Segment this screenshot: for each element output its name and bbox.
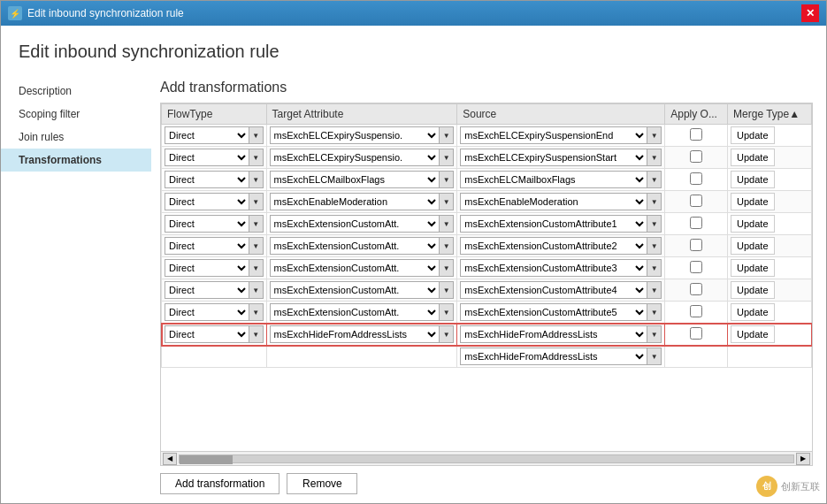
- target-dropdown-btn[interactable]: ▼: [440, 126, 454, 144]
- flowtype-dropdown-btn[interactable]: ▼: [249, 303, 264, 321]
- source-dropdown-btn[interactable]: ▼: [647, 347, 662, 365]
- source-dropdown-btn[interactable]: ▼: [647, 193, 662, 210]
- flowtype-dropdown-btn[interactable]: ▼: [249, 126, 264, 144]
- target-select[interactable]: msExchExtensionCustomAtt.: [270, 215, 440, 233]
- target-dropdown-btn[interactable]: ▼: [440, 149, 454, 166]
- flowtype-cell: Direct ▼: [162, 257, 267, 279]
- target-select-container: msExchExtensionCustomAtt. ▼: [270, 215, 455, 233]
- merge-type-button[interactable]: Update: [731, 193, 774, 210]
- merge-type-button[interactable]: Update: [731, 281, 774, 299]
- flowtype-dropdown-btn[interactable]: ▼: [249, 281, 264, 299]
- flowtype-dropdown-btn[interactable]: ▼: [249, 237, 264, 255]
- scroll-left-button[interactable]: ◀: [163, 453, 177, 465]
- flowtype-select[interactable]: Direct: [165, 171, 249, 188]
- close-button[interactable]: ✕: [801, 4, 819, 22]
- source-dropdown-btn[interactable]: ▼: [647, 325, 662, 343]
- source-select[interactable]: msExchHideFromAddressLists: [460, 325, 647, 343]
- apply-checkbox[interactable]: [690, 195, 702, 207]
- merge-type-button[interactable]: Update: [731, 237, 774, 255]
- flowtype-select[interactable]: Direct: [165, 259, 249, 277]
- flowtype-select[interactable]: Direct: [165, 237, 249, 255]
- source-select[interactable]: msExchELCMailboxFlags: [460, 171, 647, 188]
- source-dropdown-btn[interactable]: ▼: [647, 281, 662, 299]
- target-dropdown-btn[interactable]: ▼: [440, 325, 454, 343]
- flowtype-select[interactable]: Direct: [165, 303, 249, 321]
- apply-checkbox[interactable]: [690, 261, 702, 273]
- apply-checkbox[interactable]: [690, 239, 702, 251]
- source-dropdown-btn[interactable]: ▼: [647, 126, 662, 144]
- flowtype-dropdown-btn[interactable]: ▼: [249, 259, 264, 277]
- target-select[interactable]: msExchELCMailboxFlags: [270, 171, 440, 188]
- target-dropdown-btn[interactable]: ▼: [440, 215, 454, 233]
- add-transformation-button[interactable]: Add transformation: [160, 473, 279, 494]
- merge-type-button[interactable]: Update: [731, 259, 774, 277]
- target-dropdown-btn[interactable]: ▼: [440, 237, 454, 255]
- flowtype-select[interactable]: Direct: [165, 126, 249, 144]
- merge-type-button[interactable]: Update: [731, 171, 774, 188]
- source-dropdown-btn[interactable]: ▼: [647, 215, 662, 233]
- flowtype-select[interactable]: Direct: [165, 325, 249, 343]
- target-select[interactable]: msExchExtensionCustomAtt.: [270, 259, 440, 277]
- target-dropdown-btn[interactable]: ▼: [440, 193, 454, 210]
- apply-checkbox[interactable]: [690, 305, 702, 317]
- sidebar-item-scoping-filter[interactable]: Scoping filter: [1, 103, 151, 126]
- source-select[interactable]: msExchExtensionCustomAttribute1: [460, 215, 647, 233]
- merge-type-button[interactable]: Update: [731, 126, 774, 144]
- horizontal-scrollbar[interactable]: ◀ ▶: [161, 451, 812, 465]
- target-select[interactable]: msExchELCExpirySuspensio.: [270, 126, 440, 144]
- target-dropdown-btn[interactable]: ▼: [440, 303, 454, 321]
- target-select[interactable]: msExchELCExpirySuspensio.: [270, 149, 440, 166]
- source-dropdown-btn[interactable]: ▼: [647, 237, 662, 255]
- source-select-container: msExchHideFromAddressLists ▼: [460, 347, 662, 365]
- merge-type-button[interactable]: Update: [731, 149, 774, 166]
- apply-checkbox[interactable]: [690, 327, 702, 340]
- source-dropdown-btn[interactable]: ▼: [647, 259, 662, 277]
- source-select[interactable]: msExchExtensionCustomAttribute3: [460, 259, 647, 277]
- sidebar-item-transformations[interactable]: Transformations: [1, 149, 151, 172]
- source-select[interactable]: msExchExtensionCustomAttribute2: [460, 237, 647, 255]
- sidebar-item-join-rules[interactable]: Join rules: [1, 126, 151, 149]
- source-dropdown-btn[interactable]: ▼: [647, 303, 662, 321]
- flowtype-dropdown-btn[interactable]: ▼: [249, 149, 264, 166]
- source-select[interactable]: msExchELCExpirySuspensionEnd: [460, 126, 647, 144]
- scroll-track[interactable]: [179, 454, 794, 463]
- flowtype-select[interactable]: Direct: [165, 149, 249, 166]
- target-select[interactable]: msExchHideFromAddressLists: [270, 325, 440, 343]
- sidebar-item-description[interactable]: Description: [1, 80, 151, 103]
- flowtype-dropdown-btn[interactable]: ▼: [249, 215, 264, 233]
- flowtype-dropdown-btn[interactable]: ▼: [249, 193, 264, 210]
- target-dropdown-btn[interactable]: ▼: [440, 281, 454, 299]
- source-select[interactable]: msExchExtensionCustomAttribute5: [460, 303, 647, 321]
- apply-checkbox[interactable]: [690, 172, 702, 185]
- target-dropdown-btn[interactable]: ▼: [440, 171, 454, 188]
- target-select-container: msExchExtensionCustomAtt. ▼: [270, 237, 455, 255]
- flowtype-select[interactable]: Direct: [165, 193, 249, 210]
- target-select[interactable]: msExchExtensionCustomAtt.: [270, 281, 440, 299]
- source-cell: msExchEnableModeration ▼: [457, 191, 665, 213]
- source-select[interactable]: msExchExtensionCustomAttribute4: [460, 281, 647, 299]
- target-cell: msExchExtensionCustomAtt. ▼: [266, 257, 457, 279]
- merge-type-button[interactable]: Update: [731, 215, 774, 233]
- remove-button[interactable]: Remove: [287, 473, 357, 494]
- target-select[interactable]: msExchExtensionCustomAtt.: [270, 237, 440, 255]
- flowtype-select[interactable]: Direct: [165, 215, 249, 233]
- apply-checkbox[interactable]: [690, 150, 702, 163]
- apply-checkbox[interactable]: [690, 128, 702, 141]
- table-scroll[interactable]: FlowType Target Attribute Source Apply O…: [161, 103, 812, 451]
- target-select[interactable]: msExchExtensionCustomAtt.: [270, 303, 440, 321]
- source-dropdown-btn[interactable]: ▼: [647, 171, 662, 188]
- scroll-right-button[interactable]: ▶: [796, 453, 810, 465]
- source-select[interactable]: msExchELCExpirySuspensionStart: [460, 149, 647, 166]
- apply-checkbox[interactable]: [690, 217, 702, 229]
- merge-type-button[interactable]: Update: [731, 303, 774, 321]
- source-dropdown-btn[interactable]: ▼: [647, 149, 662, 166]
- apply-checkbox[interactable]: [690, 283, 702, 295]
- target-dropdown-btn[interactable]: ▼: [440, 259, 454, 277]
- source-select[interactable]: msExchHideFromAddressLists: [460, 347, 647, 365]
- source-select[interactable]: msExchEnableModeration: [460, 193, 647, 210]
- flowtype-dropdown-btn[interactable]: ▼: [249, 325, 264, 343]
- flowtype-select[interactable]: Direct: [165, 281, 249, 299]
- flowtype-dropdown-btn[interactable]: ▼: [249, 171, 264, 188]
- merge-type-button[interactable]: Update: [731, 325, 774, 343]
- target-select[interactable]: msExchEnableModeration: [270, 193, 440, 210]
